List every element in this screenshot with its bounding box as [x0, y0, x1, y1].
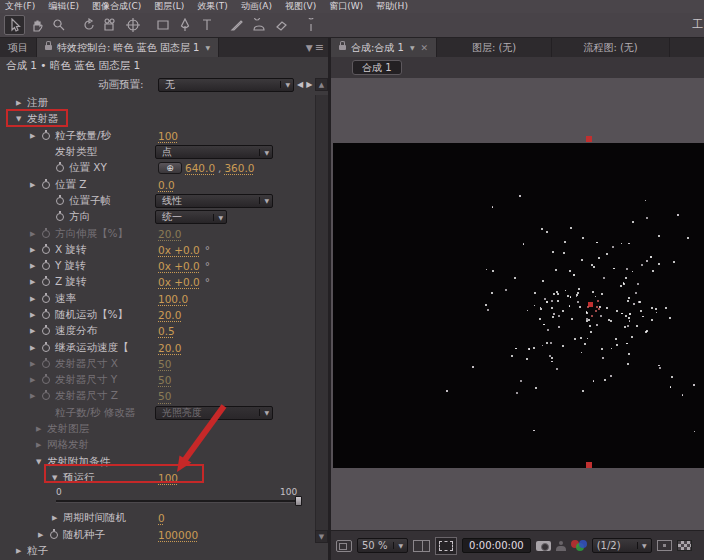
channel-icon[interactable]: [571, 540, 587, 552]
twirl-closed-icon[interactable]: ▶: [30, 181, 41, 189]
previous-preset-icon[interactable]: ◀: [297, 80, 303, 89]
property-value[interactable]: 20.0: [158, 228, 181, 240]
transparency-grid-icon[interactable]: [677, 540, 692, 551]
twirl-closed-icon[interactable]: ▶: [30, 311, 41, 319]
property-value[interactable]: 100.0: [158, 293, 188, 305]
fit-view-icon[interactable]: [336, 540, 352, 552]
property-value-y[interactable]: 360.0: [224, 162, 254, 174]
lock-icon[interactable]: [45, 45, 52, 50]
stopwatch-icon[interactable]: [42, 327, 50, 335]
camera-tool-icon[interactable]: [100, 15, 121, 35]
property-value-x[interactable]: 640.0: [185, 162, 215, 174]
menu-item[interactable]: 编辑(E): [48, 0, 79, 13]
twirl-open-icon[interactable]: ▼: [16, 115, 27, 123]
twirl-closed-icon[interactable]: ▶: [30, 392, 41, 400]
snapshot-icon[interactable]: [536, 541, 551, 551]
twirl-closed-icon[interactable]: ▶: [30, 360, 41, 368]
property-dropdown[interactable]: 统一▼: [155, 210, 227, 224]
animation-preset-dropdown[interactable]: 无 ▼: [158, 78, 294, 92]
twirl-open-icon[interactable]: ▼: [52, 474, 63, 482]
stopwatch-icon[interactable]: [42, 132, 50, 140]
tab-flowchart[interactable]: 流程图: (无): [552, 38, 670, 57]
property-dropdown[interactable]: 点▼: [155, 145, 273, 159]
twirl-closed-icon[interactable]: ▶: [30, 132, 41, 140]
twirl-open-icon[interactable]: ▼: [36, 458, 47, 466]
property-value[interactable]: 100: [158, 130, 178, 142]
twirl-closed-icon[interactable]: ▶: [30, 278, 41, 286]
hand-tool-icon[interactable]: [26, 15, 47, 35]
layer-handle-bottom[interactable]: [586, 462, 592, 468]
pen-tool-icon[interactable]: [174, 15, 195, 35]
twirl-closed-icon[interactable]: ▶: [30, 262, 41, 270]
stopwatch-icon[interactable]: [50, 531, 58, 539]
stopwatch-icon[interactable]: [42, 181, 50, 189]
menu-item[interactable]: 图层(L): [154, 0, 184, 13]
next-preset-icon[interactable]: ▶: [306, 80, 312, 89]
twirl-closed-icon[interactable]: ▶: [36, 441, 47, 449]
property-value[interactable]: 0x +0.0: [158, 260, 200, 272]
stopwatch-icon[interactable]: [42, 246, 50, 254]
twirl-closed-icon[interactable]: ▶: [16, 99, 27, 107]
twirl-closed-icon[interactable]: ▶: [30, 295, 41, 303]
panel-menu-button[interactable]: ▼≡: [300, 38, 330, 57]
menu-item[interactable]: 窗口(W): [329, 0, 363, 13]
twirl-closed-icon[interactable]: ▶: [38, 531, 49, 539]
twirl-closed-icon[interactable]: ▶: [16, 547, 27, 555]
scroll-down-button[interactable]: ▼: [315, 530, 328, 543]
scroll-up-button[interactable]: ▲: [315, 78, 328, 91]
property-dropdown[interactable]: 线性▼: [155, 194, 273, 208]
resolution-dropdown[interactable]: (1/2) ▼: [592, 538, 652, 553]
stopwatch-icon[interactable]: [56, 197, 64, 205]
twirl-closed-icon[interactable]: ▶: [30, 376, 41, 384]
stopwatch-icon[interactable]: [42, 376, 50, 384]
menu-item[interactable]: 动画(A): [241, 0, 272, 13]
tab-effect-controls[interactable]: 特效控制台: 暗色 蓝色 固态层 1 ▼: [37, 38, 219, 57]
layer-handle-top[interactable]: [586, 136, 592, 142]
menu-item[interactable]: 帮助(H): [376, 0, 408, 13]
stopwatch-icon[interactable]: [42, 344, 50, 352]
puppet-pin-tool-icon[interactable]: [300, 15, 321, 35]
rect-tool-icon[interactable]: [152, 15, 173, 35]
property-value[interactable]: 0.5: [158, 325, 175, 337]
brush-tool-icon[interactable]: [226, 15, 247, 35]
stopwatch-icon[interactable]: [42, 262, 50, 270]
chevron-down-icon[interactable]: ▼: [410, 44, 415, 51]
target-region-icon[interactable]: [657, 540, 672, 551]
property-value[interactable]: 100000: [158, 529, 198, 541]
twirl-closed-icon[interactable]: ▶: [30, 327, 41, 335]
stopwatch-icon[interactable]: [42, 230, 50, 238]
stopwatch-icon[interactable]: [42, 311, 50, 319]
property-value[interactable]: 0x +0.0: [158, 244, 200, 256]
close-icon[interactable]: ✕: [421, 43, 429, 53]
property-value[interactable]: 0x +0.0: [158, 276, 200, 288]
chevron-down-icon[interactable]: ▼: [205, 44, 210, 51]
menu-item[interactable]: 效果(T): [197, 0, 228, 13]
current-time-field[interactable]: 0:00:00:00: [462, 538, 531, 553]
property-value[interactable]: 0: [158, 512, 165, 524]
property-dropdown[interactable]: 光照亮度▼: [155, 406, 273, 420]
text-tool-icon[interactable]: [196, 15, 217, 35]
rotate-tool-icon[interactable]: [78, 15, 99, 35]
menu-item[interactable]: 文件(F): [5, 0, 35, 13]
property-value[interactable]: 20.0: [158, 342, 181, 354]
property-value[interactable]: 100: [158, 472, 178, 484]
twirl-closed-icon[interactable]: ▶: [36, 425, 47, 433]
stopwatch-icon[interactable]: [42, 278, 50, 286]
stopwatch-icon[interactable]: [56, 213, 64, 221]
menu-item[interactable]: 视图(V): [285, 0, 316, 13]
stamp-tool-icon[interactable]: [248, 15, 269, 35]
zoom-tool-icon[interactable]: [48, 15, 69, 35]
pan-behind-tool-icon[interactable]: [122, 15, 143, 35]
composition-viewer[interactable]: [331, 78, 704, 530]
show-snapshot-icon[interactable]: [556, 541, 566, 551]
eraser-tool-icon[interactable]: [270, 15, 291, 35]
stopwatch-icon[interactable]: [42, 295, 50, 303]
stopwatch-icon[interactable]: [42, 360, 50, 368]
menu-item[interactable]: 图像合成(C): [92, 0, 141, 13]
slider-handle[interactable]: [295, 496, 302, 506]
tab-project[interactable]: 项目: [0, 38, 37, 57]
lock-icon[interactable]: [339, 45, 346, 50]
scrollbar-track[interactable]: [315, 95, 328, 543]
twirl-closed-icon[interactable]: ▶: [30, 230, 41, 238]
tab-composition[interactable]: 合成:合成 1 ▼ ✕: [331, 38, 437, 57]
